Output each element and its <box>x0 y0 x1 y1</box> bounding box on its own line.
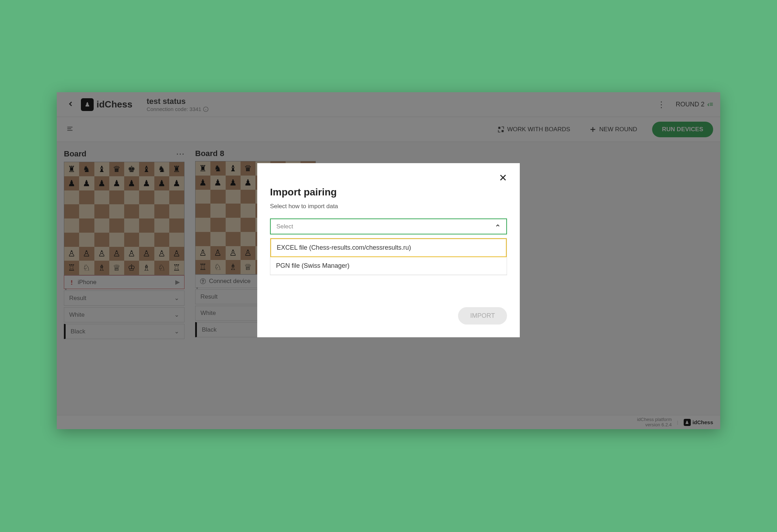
close-button[interactable]: ✕ <box>499 173 507 183</box>
import-button[interactable]: IMPORT <box>458 307 507 325</box>
import-type-select[interactable]: Select <box>270 218 507 234</box>
import-label: IMPORT <box>470 312 495 319</box>
app-window: ♟ idChess test status Connection code: 3… <box>57 92 720 429</box>
option-label: EXCEL file (Chess-results.com/chessresul… <box>277 244 411 251</box>
dropdown-option-pgn[interactable]: PGN file (Swiss Manager) <box>270 257 507 275</box>
select-placeholder: Select <box>276 223 293 230</box>
import-pairing-dialog: ✕ Import pairing Select how to import da… <box>257 163 520 337</box>
dialog-footer: IMPORT <box>270 307 507 325</box>
dropdown-option-excel[interactable]: EXCEL file (Chess-results.com/chessresul… <box>270 238 507 257</box>
dialog-subtitle: Select how to import data <box>270 203 507 210</box>
dropdown-list: EXCEL file (Chess-results.com/chessresul… <box>270 238 507 275</box>
option-label: PGN file (Swiss Manager) <box>276 262 349 269</box>
dialog-title: Import pairing <box>270 187 507 198</box>
chevron-up-icon <box>495 223 501 230</box>
